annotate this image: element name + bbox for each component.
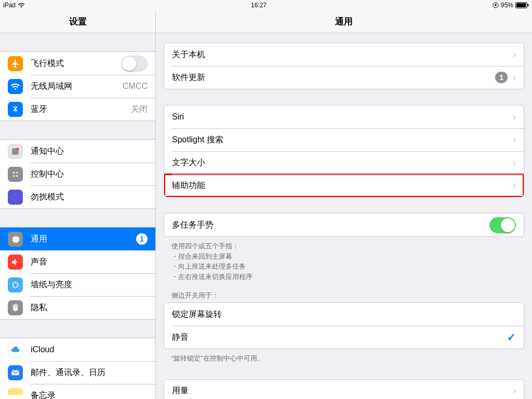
label-lock-rotation: 锁定屏幕旋转 — [172, 309, 516, 320]
multitask-footer: 使用四个或五个手指： ・捏合来回到主屏幕 ・向上推送来处理多任务 ・左右推送来切… — [171, 241, 516, 282]
svg-rect-1 — [495, 5, 496, 6]
update-badge: 1 — [495, 72, 508, 83]
chevron-right-icon: › — [513, 180, 516, 191]
status-time: 16:27 — [25, 2, 493, 9]
sidebar-label-privacy: 隐私 — [31, 302, 148, 313]
svg-point-12 — [15, 282, 16, 283]
label-usage: 用量 — [172, 385, 508, 396]
row-spotlight[interactable]: Spotlight 搜索 › — [164, 128, 524, 151]
row-siri[interactable]: Siri › — [164, 105, 524, 128]
sidebar-item-sounds[interactable]: 声音 — [0, 250, 155, 273]
cloud-icon — [8, 342, 23, 357]
hand-icon — [8, 300, 23, 315]
row-usage[interactable]: 用量 › — [164, 380, 524, 400]
svg-rect-17 — [11, 370, 19, 375]
svg-point-16 — [13, 283, 14, 284]
label-mute: 静音 — [172, 332, 502, 343]
wifi-status-icon — [18, 3, 25, 8]
label-siri: Siri — [172, 112, 508, 122]
sidebar-label-bluetooth: 蓝牙 — [31, 104, 123, 115]
sidebar-label-general: 通用 — [31, 234, 128, 245]
control-center-icon — [8, 167, 23, 182]
speaker-icon — [8, 255, 23, 270]
chevron-right-icon: › — [513, 72, 516, 83]
sidebar-item-notifications[interactable]: 通知中心 — [0, 140, 155, 163]
sidebar-item-control-center[interactable]: 控制中心 — [0, 163, 155, 185]
general-badge: 1 — [136, 233, 148, 245]
sidebar-item-general[interactable]: 通用 1 — [0, 228, 155, 250]
notifications-icon — [8, 144, 23, 159]
svg-point-15 — [14, 285, 15, 286]
row-software-update[interactable]: 软件更新 1 › — [164, 66, 524, 89]
moon-icon — [8, 190, 23, 205]
bluetooth-icon — [8, 102, 23, 117]
chevron-right-icon: › — [513, 135, 516, 145]
sidebar-label-icloud: iCloud — [31, 345, 148, 354]
battery-icon — [515, 2, 529, 8]
gear-icon — [8, 232, 23, 247]
wallpaper-icon — [8, 277, 23, 292]
label-accessibility: 辅助功能 — [172, 180, 508, 191]
sidebar-label-wifi: 无线局域网 — [31, 81, 115, 92]
sidebar-label-sounds: 声音 — [31, 257, 148, 268]
wifi-icon — [8, 79, 23, 94]
sidebar-item-wifi[interactable]: 无线局域网 CMCC — [0, 75, 155, 98]
sidebar-item-airplane[interactable]: 飞行模式 — [0, 52, 155, 75]
svg-point-14 — [16, 285, 17, 286]
label-text-size: 文字大小 — [172, 157, 508, 168]
detail-pane[interactable]: 关于本机 › 软件更新 1 › Siri › Spotlight 搜索 › 文字… — [156, 33, 532, 399]
svg-rect-3 — [516, 3, 526, 7]
svg-rect-4 — [528, 4, 529, 7]
sidebar-item-mail[interactable]: 邮件、通讯录、日历 — [0, 361, 155, 384]
svg-point-6 — [17, 148, 19, 150]
label-about: 关于本机 — [172, 49, 508, 60]
sidebar-item-notes[interactable]: 备忘录 — [0, 384, 155, 399]
sidebar-item-icloud[interactable]: iCloud — [0, 338, 155, 361]
label-multitask: 多任务手势 — [172, 220, 484, 231]
header-bar: 设置 通用 — [0, 10, 532, 33]
rotation-lock-icon — [493, 2, 499, 8]
row-mute[interactable]: 静音 ✓ — [164, 326, 524, 349]
side-switch-footer: “旋转锁定”在控制中心中可用。 — [171, 353, 516, 364]
sidebar-label-dnd: 勿扰模式 — [31, 192, 148, 203]
svg-rect-8 — [16, 172, 19, 173]
notes-icon — [8, 388, 23, 400]
side-switch-header: 侧边开关用于： — [171, 291, 516, 300]
sidebar-item-privacy[interactable]: 隐私 — [0, 296, 155, 319]
checkmark-icon: ✓ — [507, 331, 516, 343]
status-bar: iPad 16:27 95% — [0, 0, 532, 10]
airplane-icon — [8, 56, 23, 71]
label-spotlight: Spotlight 搜索 — [172, 135, 508, 145]
svg-point-7 — [13, 171, 15, 173]
mail-icon — [8, 365, 23, 380]
chevron-right-icon: › — [513, 49, 516, 60]
sidebar-label-notifications: 通知中心 — [31, 146, 148, 157]
sidebar-label-airplane: 飞行模式 — [31, 58, 113, 69]
row-text-size[interactable]: 文字大小 › — [164, 151, 524, 174]
airplane-toggle[interactable] — [121, 56, 148, 72]
sidebar-value-bluetooth: 关闭 — [131, 104, 148, 115]
sidebar-label-control-center: 控制中心 — [31, 169, 148, 180]
svg-rect-10 — [12, 175, 16, 176]
sidebar-value-wifi: CMCC — [123, 82, 148, 91]
chevron-right-icon: › — [513, 157, 516, 168]
sidebar-label-notes: 备忘录 — [31, 390, 148, 400]
header-settings-title: 设置 — [0, 10, 156, 33]
sidebar-label-wallpaper: 墙纸与亮度 — [31, 280, 148, 290]
row-about[interactable]: 关于本机 › — [164, 43, 524, 66]
chevron-right-icon: › — [513, 385, 516, 396]
device-label: iPad — [3, 2, 16, 9]
label-software-update: 软件更新 — [172, 72, 490, 83]
sidebar-item-wallpaper[interactable]: 墙纸与亮度 — [0, 273, 155, 296]
sidebar-item-bluetooth[interactable]: 蓝牙 关闭 — [0, 98, 155, 121]
sidebar-label-mail: 邮件、通讯录、日历 — [31, 367, 148, 378]
row-lock-rotation[interactable]: 锁定屏幕旋转 — [164, 303, 524, 326]
chevron-right-icon: › — [513, 112, 516, 123]
row-multitask-gestures[interactable]: 多任务手势 — [164, 214, 524, 236]
battery-pct: 95% — [501, 2, 513, 9]
svg-point-13 — [17, 283, 18, 284]
sidebar-item-dnd[interactable]: 勿扰模式 — [0, 185, 155, 208]
sidebar[interactable]: 飞行模式 无线局域网 CMCC 蓝牙 关闭 通知中心 控制中心 — [0, 33, 156, 399]
multitask-toggle[interactable] — [489, 217, 516, 233]
row-accessibility[interactable]: 辅助功能 › — [164, 174, 524, 197]
